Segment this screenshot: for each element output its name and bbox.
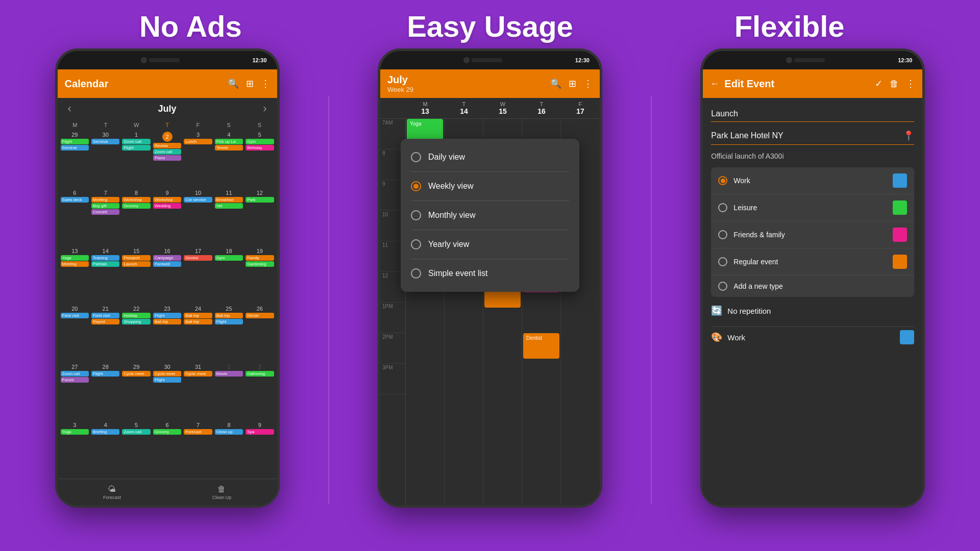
event-pill[interactable]: Campaign bbox=[153, 255, 181, 261]
event-pill[interactable]: Meeting bbox=[61, 261, 89, 267]
event-pill[interactable]: Forum bbox=[61, 377, 89, 383]
event-pill[interactable]: Dinner bbox=[246, 313, 274, 318]
event-pill[interactable]: Bali trip bbox=[184, 313, 212, 318]
view-option-daily[interactable]: Daily view bbox=[401, 145, 579, 169]
event-pill[interactable]: Briefing bbox=[91, 429, 119, 435]
event-pill[interactable]: Piano bbox=[153, 155, 181, 161]
event-pill[interactable]: Cycle meet bbox=[122, 371, 150, 377]
cal-day-20[interactable]: 20Field visit bbox=[60, 305, 90, 362]
cal-day-28[interactable]: 28Flight bbox=[90, 363, 120, 420]
cal-day-29[interactable]: 29Cycle meet bbox=[121, 363, 151, 420]
event-pill[interactable]: Passport bbox=[122, 255, 150, 261]
event-pill[interactable]: Shopping bbox=[122, 319, 150, 324]
cal-day-30[interactable]: 30Cycle meetFlight bbox=[152, 363, 182, 420]
view-option-yearly[interactable]: Yearly view bbox=[401, 232, 579, 257]
cal-day-10[interactable]: 10Car service bbox=[183, 189, 213, 246]
event-pill[interactable]: Launch bbox=[122, 261, 150, 267]
event-pill[interactable]: Flight bbox=[61, 139, 89, 144]
cal-day-24[interactable]: 24Bali tripBali trip bbox=[183, 305, 213, 362]
event-pill[interactable]: Report bbox=[91, 319, 119, 324]
cal-day-1[interactable]: 1Zoom callFlight bbox=[121, 131, 151, 188]
event-pill[interactable]: Wedding bbox=[153, 203, 181, 209]
type-regular[interactable]: Regular event bbox=[711, 248, 914, 276]
type-add-new[interactable]: Add a new type bbox=[711, 276, 914, 297]
theme-row[interactable]: 🎨 Work bbox=[711, 327, 914, 347]
event-location-field[interactable]: 📍 bbox=[711, 127, 914, 145]
cal-day-6[interactable]: 6Grocery bbox=[152, 421, 182, 479]
event-pill[interactable]: Lunch bbox=[184, 139, 212, 144]
event-pill[interactable]: Grocery bbox=[153, 429, 181, 435]
event-pill[interactable]: Gathering bbox=[246, 371, 274, 377]
view-option-monthly[interactable]: Monthly view bbox=[401, 203, 579, 228]
event-pill[interactable]: Yoga bbox=[61, 255, 89, 261]
cal-day-5[interactable]: 5Zoom call bbox=[121, 421, 151, 479]
cal-day-25[interactable]: 25Bali tripFlight bbox=[214, 305, 244, 362]
event-pill[interactable]: Training bbox=[91, 255, 119, 261]
event-pill[interactable]: Dentist bbox=[184, 255, 212, 261]
cal-day-31[interactable]: 31Cycle meet bbox=[183, 363, 213, 420]
cal-day-23[interactable]: 23FlightBali trip bbox=[152, 305, 182, 362]
event-pill[interactable]: Concert bbox=[91, 209, 119, 215]
cal-day-12[interactable]: 12Park bbox=[244, 189, 275, 246]
event-pill[interactable]: Flight bbox=[153, 377, 181, 383]
grid-icon-1[interactable]: ⊞ bbox=[246, 78, 254, 89]
type-leisure[interactable]: Leisure bbox=[711, 194, 914, 221]
cal-day-30[interactable]: 30Seminar bbox=[90, 131, 120, 188]
event-pill[interactable]: Forecast bbox=[184, 429, 212, 435]
grid-icon-2[interactable]: ⊞ bbox=[569, 78, 576, 89]
cal-day-27[interactable]: 27Zoom callForum bbox=[60, 363, 90, 420]
bottom-forecast[interactable]: 🌤 Forecast bbox=[103, 485, 121, 500]
more-icon-1[interactable]: ⋮ bbox=[261, 78, 270, 89]
event-pill[interactable]: Meeting bbox=[91, 197, 119, 203]
event-pill[interactable]: Vet bbox=[215, 203, 243, 209]
event-pill[interactable]: Flight bbox=[122, 145, 150, 151]
delete-icon-3[interactable]: 🗑 bbox=[890, 79, 899, 89]
type-work[interactable]: Work bbox=[711, 167, 914, 194]
cal-day-16[interactable]: 16CampaignFarewell bbox=[152, 247, 182, 305]
event-pill[interactable]: Family bbox=[246, 255, 274, 261]
event-pill[interactable]: Field visit bbox=[91, 313, 119, 318]
cal-day-3[interactable]: 3Lunch bbox=[183, 131, 213, 188]
view-option-simple[interactable]: Simple event list bbox=[401, 261, 579, 286]
event-pill[interactable]: Cycle meet bbox=[184, 371, 212, 377]
cal-day-9[interactable]: 9Spa bbox=[244, 421, 275, 479]
event-pill[interactable]: Gym bbox=[215, 255, 243, 261]
event-pill[interactable]: Bali trip bbox=[215, 313, 243, 318]
event-pill[interactable]: Zoom call bbox=[61, 371, 89, 377]
next-month[interactable]: › bbox=[263, 102, 266, 115]
orange-event-4[interactable]: Dentist bbox=[523, 333, 559, 359]
event-pill[interactable]: Grocery bbox=[122, 203, 150, 209]
event-pill[interactable]: Flight bbox=[153, 313, 181, 318]
event-pill[interactable]: Pathlab bbox=[91, 261, 119, 267]
event-pill[interactable]: Breakfast bbox=[215, 197, 243, 203]
event-pill[interactable]: Clean up bbox=[215, 429, 243, 435]
cal-day-14[interactable]: 14TrainingPathlab bbox=[90, 247, 120, 305]
cal-day-4[interactable]: 4Pick up LizTennis bbox=[214, 131, 244, 188]
cal-day-2[interactable]: 2Gathering bbox=[244, 363, 275, 420]
event-pill[interactable]: Car service bbox=[184, 197, 212, 203]
event-location-input[interactable] bbox=[711, 131, 903, 140]
check-icon-3[interactable]: ✓ bbox=[875, 78, 883, 89]
cal-day-29[interactable]: 29FlightSeminar bbox=[60, 131, 90, 188]
more-icon-2[interactable]: ⋮ bbox=[583, 78, 593, 89]
repetition-row[interactable]: 🔄 No repetition bbox=[711, 302, 914, 319]
cal-day-9[interactable]: 9WorkshopWedding bbox=[152, 189, 182, 246]
event-pill[interactable]: Park bbox=[246, 197, 274, 203]
cal-day-26[interactable]: 26Dinner bbox=[244, 305, 275, 362]
event-pill[interactable]: Workshop bbox=[122, 197, 150, 203]
event-pill[interactable]: Tennis bbox=[215, 145, 243, 151]
cal-day-8[interactable]: 8Clean up bbox=[214, 421, 244, 479]
cal-day-22[interactable]: 22HolidayShopping bbox=[121, 305, 151, 362]
cal-day-7[interactable]: 7MeetingBuy giftConcert bbox=[90, 189, 120, 246]
event-pill[interactable]: Workshop bbox=[153, 197, 181, 203]
event-pill[interactable]: Field visit bbox=[61, 313, 89, 318]
cal-day-3[interactable]: 3Yoga bbox=[60, 421, 90, 479]
event-pill[interactable]: Cycle meet bbox=[153, 371, 181, 377]
event-pill[interactable]: Flight bbox=[91, 371, 119, 377]
event-pill[interactable]: Gym bbox=[246, 139, 274, 144]
cal-day-15[interactable]: 15PassportLaunch bbox=[121, 247, 151, 305]
event-pill[interactable]: Yoga bbox=[61, 429, 89, 435]
event-pill[interactable]: Zoom call bbox=[122, 139, 150, 144]
cal-day-18[interactable]: 18Gym bbox=[214, 247, 244, 305]
event-pill[interactable]: Spa bbox=[246, 429, 274, 435]
